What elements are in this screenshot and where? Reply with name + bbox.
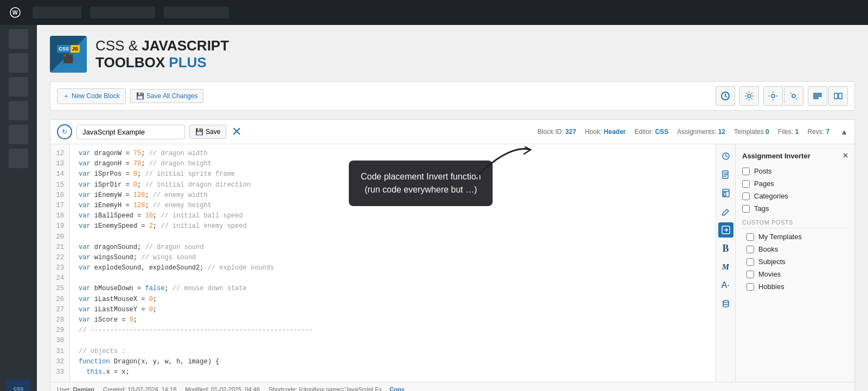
side-icon-page[interactable] [718,167,733,182]
files-value[interactable]: 1 [795,128,799,136]
svg-rect-6 [814,93,821,94]
plugin-sidebar-item[interactable]: CSS JS [7,380,30,391]
side-icon-edit[interactable] [718,204,733,219]
code-panel-header: ↻ 💾 Save ✕ Block ID: 327 Hook: Header [50,120,854,144]
admin-bar-item-2[interactable] [90,7,155,18]
arrow-svg [465,133,547,182]
editor-label: Editor: CSS [635,128,669,136]
save-all-changes-label: Save All Changes [146,92,198,100]
copy-link[interactable]: Copy [390,386,405,391]
code-name-input[interactable] [76,125,185,139]
templates-label: Templates 0 [734,128,769,136]
logo-icon: ⬛ [63,54,74,64]
toolbar-icon-settings3[interactable] [784,86,803,106]
toolbar-icon-settings[interactable] [739,86,759,106]
plus-icon: ＋ [63,92,69,101]
sidebar-item-4[interactable] [9,101,28,120]
admin-bar-item-1[interactable] [33,7,81,18]
code-panel: ↻ 💾 Save ✕ Block ID: 327 Hook: Header [50,119,855,391]
custom-checkbox-item-movies: Movies [746,270,848,278]
files-label: Files: 1 [778,128,799,136]
custom-checkbox-item-my-templates: My Templates [746,233,848,241]
title-toolbox: TOOLBOX [95,54,165,70]
toolbar: ＋ New Code Block 💾 Save All Changes [50,81,855,111]
custom-checkbox-my-templates[interactable] [746,233,754,241]
revs-label: Revs: 7 [807,128,829,136]
save-all-changes-button[interactable]: 💾 Save All Changes [130,89,204,103]
title-css: CSS & [95,37,142,54]
sidebar-item-2[interactable] [9,53,28,73]
custom-checkbox-subjects[interactable] [746,258,754,266]
svg-point-3 [748,94,751,98]
footer-user: User: Damian [57,386,94,391]
revs-value[interactable]: 7 [826,128,829,136]
assignment-checkbox-list: Posts Pages Categories Tags [742,167,848,213]
templates-value[interactable]: 0 [765,128,769,136]
save-icon: 💾 [136,92,144,100]
side-icon-accessibility[interactable]: A+ [718,278,733,293]
side-icon-template[interactable] [718,185,733,201]
side-icon-media[interactable]: M [718,259,733,274]
sidebar-item-5[interactable] [9,125,28,144]
admin-bar-item-3[interactable] [164,7,229,18]
side-icons: B M A+ [716,144,735,382]
block-id-value[interactable]: 327 [565,128,576,136]
editor-value[interactable]: CSS [655,128,669,136]
svg-text:W: W [12,10,18,16]
footer-user-value: Damian [73,386,94,391]
custom-checkbox-movies[interactable] [746,271,754,278]
side-icon-invert[interactable] [718,222,733,238]
svg-point-16 [723,300,729,303]
toolbar-icon-refresh[interactable] [716,86,735,106]
save-disk-icon: 💾 [195,128,203,136]
assignment-panel-close[interactable]: × [843,151,848,161]
checkbox-item-pages: Pages [742,180,848,188]
toolbar-icon-layout2[interactable] [828,86,848,106]
sidebar-item-6[interactable] [9,149,28,168]
new-code-block-label: New Code Block [72,92,120,100]
title-javascript: JAVASCRIPT [142,37,229,54]
sidebar: CSS JS [0,25,37,391]
footer-created-value: 10-07-2024, 14:18 [127,386,176,391]
footer-modified-value: 01-02-2025, 04:48 [211,386,260,391]
side-icon-database[interactable] [718,296,733,311]
main-content: CSS JS ⬛ CSS & JAVASCRIPT TOOLBOX PLUS ＋… [37,25,868,391]
svg-point-5 [792,94,795,98]
custom-posts-list: My Templates Books Subjects Movies Hobbi… [742,233,848,291]
assignments-label: Assignments: 12 [677,128,725,136]
sidebar-item-3[interactable] [9,77,28,97]
toolbar-icon-settings2[interactable] [763,86,783,106]
hook-value[interactable]: Header [604,128,626,136]
custom-checkbox-item-subjects: Subjects [746,258,848,266]
svg-point-4 [771,94,775,98]
save-button[interactable]: 💾 Save [189,125,226,139]
save-label: Save [206,128,220,136]
checkbox-categories[interactable] [742,193,750,200]
close-button[interactable]: ✕ [232,125,241,139]
admin-bar: W [0,0,868,25]
svg-rect-10 [839,93,842,99]
collapse-button[interactable]: ▲ [840,127,848,136]
custom-posts-label: Custom Posts [742,219,848,228]
new-code-block-button[interactable]: ＋ New Code Block [57,88,126,104]
svg-rect-8 [814,98,818,99]
refresh-icon[interactable]: ↻ [57,124,72,139]
tooltip-overlay: Code placement Invert function(run code … [349,161,493,206]
assignment-panel: Assignment Inverter × Posts Pages Catego… [735,144,854,382]
tooltip-text: Code placement Invert function(run code … [361,172,481,194]
logo-css: CSS [57,45,71,53]
toolbar-icon-layout1[interactable] [808,86,827,106]
checkbox-tags[interactable] [742,205,750,213]
custom-checkbox-books[interactable] [746,246,754,253]
checkbox-posts[interactable] [742,168,750,175]
code-editor-wrapper: 1213141516171819202122232425262728293031… [50,144,854,382]
side-icon-refresh[interactable] [718,149,733,164]
custom-checkbox-hobbies[interactable] [746,283,754,291]
toolbar-right [716,86,848,106]
sidebar-item-1[interactable] [9,29,28,49]
side-icon-bold[interactable]: B [718,241,733,256]
plugin-logo: CSS JS ⬛ [50,36,87,73]
assignments-value[interactable]: 12 [718,128,725,136]
checkbox-pages[interactable] [742,180,750,188]
assignment-panel-title: Assignment Inverter [742,152,810,160]
